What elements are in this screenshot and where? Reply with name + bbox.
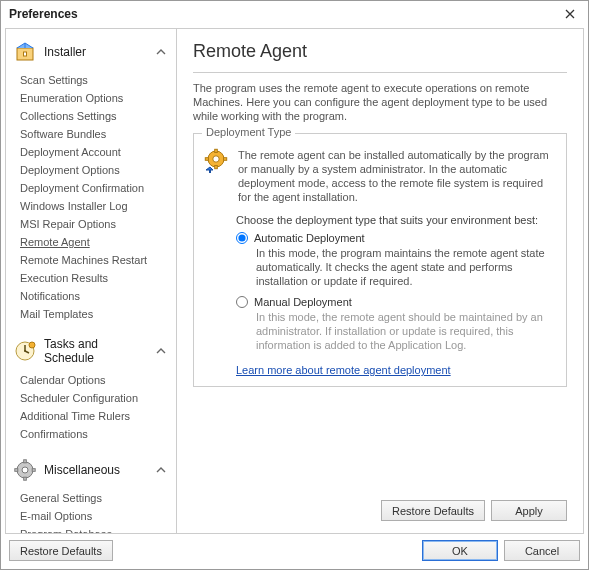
- sidebar-section-header-misc[interactable]: Miscellaneous: [12, 453, 170, 489]
- svg-rect-14: [215, 166, 218, 169]
- sidebar-item-program-database[interactable]: Program Database: [18, 525, 170, 534]
- learn-more-link[interactable]: Learn more about remote agent deployment: [236, 364, 451, 376]
- restore-defaults-pane-button[interactable]: Restore Defaults: [381, 500, 485, 521]
- titlebar: Preferences: [1, 1, 588, 27]
- svg-point-4: [29, 342, 35, 348]
- sidebar-section-items-installer: Scan SettingsEnumeration OptionsCollecti…: [18, 71, 170, 323]
- clock-icon: [12, 338, 38, 364]
- sidebar-section-misc: MiscellaneousGeneral SettingsE-mail Opti…: [12, 453, 170, 534]
- sidebar-item-execution-results[interactable]: Execution Results: [18, 269, 170, 287]
- svg-rect-7: [24, 460, 27, 463]
- pane-buttons: Restore Defaults Apply: [193, 500, 567, 521]
- sidebar: InstallerScan SettingsEnumeration Option…: [5, 28, 177, 534]
- sidebar-section-label: Tasks and Schedule: [44, 337, 148, 365]
- chevron-up-icon: [154, 344, 168, 358]
- sidebar-item-remote-agent[interactable]: Remote Agent: [18, 233, 170, 251]
- close-icon: [565, 9, 575, 19]
- svg-rect-16: [224, 158, 227, 161]
- group-legend: Deployment Type: [202, 126, 295, 138]
- dialog-body: InstallerScan SettingsEnumeration Option…: [1, 27, 588, 534]
- sidebar-item-enumeration-options[interactable]: Enumeration Options: [18, 89, 170, 107]
- svg-rect-1: [24, 52, 27, 56]
- sidebar-section-label: Installer: [44, 45, 148, 59]
- sidebar-section-label: Miscellaneous: [44, 463, 148, 477]
- sidebar-item-scheduler-configuration[interactable]: Scheduler Configuration: [18, 389, 170, 407]
- page-title: Remote Agent: [193, 41, 567, 62]
- sidebar-item-calendar-options[interactable]: Calendar Options: [18, 371, 170, 389]
- sidebar-section-tasks: Tasks and ScheduleCalendar OptionsSchedu…: [12, 333, 170, 443]
- radio-desc-0: In this mode, the program maintains the …: [256, 246, 556, 288]
- svg-rect-9: [15, 469, 18, 472]
- svg-rect-15: [205, 158, 208, 161]
- group-description-row: The remote agent can be installed automa…: [202, 148, 556, 204]
- sidebar-item-software-bundles[interactable]: Software Bundles: [18, 125, 170, 143]
- close-button[interactable]: [560, 4, 580, 24]
- radio-desc-1: In this mode, the remote agent should be…: [256, 310, 556, 352]
- divider: [193, 72, 567, 73]
- svg-rect-8: [24, 477, 27, 480]
- sidebar-item-windows-installer-log[interactable]: Windows Installer Log: [18, 197, 170, 215]
- sidebar-item-additional-time-rulers[interactable]: Additional Time Rulers: [18, 407, 170, 425]
- chevron-up-icon: [154, 45, 168, 59]
- deployment-type-group: Deployment Type: [193, 133, 567, 387]
- sidebar-item-notifications[interactable]: Notifications: [18, 287, 170, 305]
- svg-point-12: [213, 156, 219, 162]
- sidebar-section-items-misc: General SettingsE-mail OptionsProgram Da…: [18, 489, 170, 534]
- radio-label-1[interactable]: Manual Deployment: [254, 296, 352, 308]
- sidebar-item-remote-machines-restart[interactable]: Remote Machines Restart: [18, 251, 170, 269]
- sidebar-item-scan-settings[interactable]: Scan Settings: [18, 71, 170, 89]
- sidebar-item-deployment-confirmation[interactable]: Deployment Confirmation: [18, 179, 170, 197]
- group-description: The remote agent can be installed automa…: [238, 148, 556, 204]
- sidebar-item-e-mail-options[interactable]: E-mail Options: [18, 507, 170, 525]
- sidebar-item-general-settings[interactable]: General Settings: [18, 489, 170, 507]
- sidebar-item-msi-repair-options[interactable]: MSI Repair Options: [18, 215, 170, 233]
- sidebar-item-deployment-account[interactable]: Deployment Account: [18, 143, 170, 161]
- sidebar-section-header-installer[interactable]: Installer: [12, 35, 170, 71]
- radio-1[interactable]: [236, 296, 248, 308]
- footer: Restore Defaults OK Cancel: [1, 534, 588, 569]
- intro-text: The program uses the remote agent to exe…: [193, 81, 567, 123]
- restore-defaults-dialog-button[interactable]: Restore Defaults: [9, 540, 113, 561]
- svg-point-6: [22, 467, 28, 473]
- sidebar-section-installer: InstallerScan SettingsEnumeration Option…: [12, 35, 170, 323]
- gear-icon: [12, 457, 38, 483]
- sidebar-section-items-tasks: Calendar OptionsScheduler ConfigurationA…: [18, 371, 170, 443]
- radio-0[interactable]: [236, 232, 248, 244]
- chevron-up-icon: [154, 463, 168, 477]
- main-pane: Remote Agent The program uses the remote…: [177, 28, 584, 534]
- window-title: Preferences: [9, 7, 560, 21]
- deployment-option-1[interactable]: Manual Deployment: [236, 296, 556, 308]
- cancel-button[interactable]: Cancel: [504, 540, 580, 561]
- radio-label-0[interactable]: Automatic Deployment: [254, 232, 365, 244]
- svg-rect-13: [215, 149, 218, 152]
- box-icon: [12, 39, 38, 65]
- svg-rect-10: [32, 469, 35, 472]
- preferences-window: Preferences InstallerScan SettingsEnumer…: [0, 0, 589, 570]
- sidebar-item-deployment-options[interactable]: Deployment Options: [18, 161, 170, 179]
- sidebar-item-confirmations[interactable]: Confirmations: [18, 425, 170, 443]
- apply-button[interactable]: Apply: [491, 500, 567, 521]
- ok-button[interactable]: OK: [422, 540, 498, 561]
- sidebar-item-mail-templates[interactable]: Mail Templates: [18, 305, 170, 323]
- sidebar-item-collections-settings[interactable]: Collections Settings: [18, 107, 170, 125]
- deployment-option-0[interactable]: Automatic Deployment: [236, 232, 556, 244]
- deploy-gear-icon: [202, 148, 230, 174]
- sidebar-section-header-tasks[interactable]: Tasks and Schedule: [12, 333, 170, 371]
- choose-label: Choose the deployment type that suits yo…: [236, 214, 556, 226]
